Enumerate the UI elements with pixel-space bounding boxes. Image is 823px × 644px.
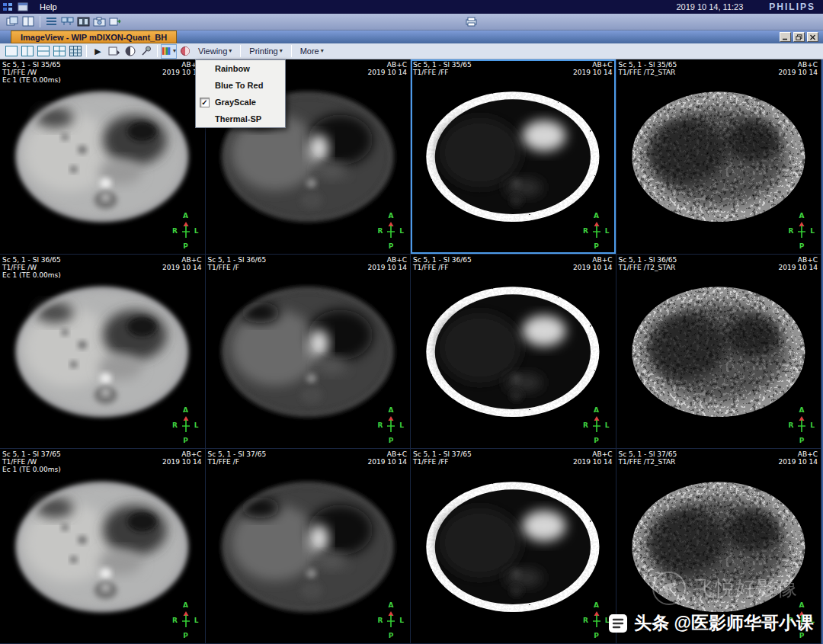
print-preview-icon[interactable]	[465, 16, 478, 27]
viewport-cell[interactable]: Sc 5, 1 - Sl 36/65T1/FFE /WEc 1 (TE 0.00…	[0, 255, 206, 450]
checkbox-checked: ✓	[200, 98, 210, 107]
orientation-letter: L	[810, 421, 815, 429]
orientation-cross-icon	[797, 416, 806, 434]
orientation-cross-icon	[592, 222, 601, 240]
annotation-line: T1/FFE /FF	[413, 69, 472, 76]
viewport-cell[interactable]: Sc 5, 1 - Sl 35/65T1/FFE /FF AB+C2019 10…	[411, 59, 616, 255]
play-icon: ▶	[94, 47, 101, 56]
list-icon[interactable]	[45, 16, 58, 27]
annotation-line: Sc 5, 1 - Sl 37/65	[2, 450, 61, 458]
export-icon[interactable]	[109, 16, 122, 27]
orientation-letter: L	[810, 227, 815, 235]
orientation-letter: P	[183, 242, 188, 250]
annotation-topleft: Sc 5, 1 - Sl 37/65T1/FFE /F	[208, 450, 267, 466]
menu-item-thermal-sp[interactable]: Thermal-SP	[196, 111, 285, 127]
orientation-letter: L	[399, 617, 404, 624]
annotation-topright: AB+C2019 10 14	[778, 256, 818, 271]
colormap-icon[interactable]: ▾	[161, 44, 177, 59]
annotation-line: 2019 10 14	[573, 264, 613, 271]
orientation-letter: A	[799, 601, 805, 609]
layout-save-icon[interactable]	[22, 16, 35, 27]
orientation-letter: L	[194, 617, 199, 624]
menu-item-label: Rainbow	[215, 64, 250, 73]
invert-icon[interactable]	[177, 44, 193, 59]
layout-1x1-icon[interactable]	[3, 44, 19, 59]
orientation-letter: P	[389, 437, 394, 444]
orientation-letter: P	[183, 437, 188, 444]
orientation-marker: ARLP	[171, 405, 200, 446]
orientation-letter: A	[594, 406, 599, 414]
orientation-letter: R	[583, 227, 588, 235]
system-datetime: 2019 10 14, 11:23	[676, 2, 743, 11]
annotation-line: T1/FFE /F	[208, 264, 267, 271]
layout-grid-icon[interactable]	[67, 44, 83, 59]
orientation-marker: ARLP	[787, 210, 816, 252]
layout-1x2-icon[interactable]	[19, 44, 35, 59]
orientation-letter: A	[183, 601, 188, 609]
apps-grid-icon[interactable]	[2, 2, 13, 11]
orientation-letter: A	[183, 406, 188, 414]
window-titlebar[interactable]: ImageView - WIP mDIXON-Quant_BH	[0, 30, 823, 43]
brand-watermark: 头条 @医影师华哥小课	[608, 611, 814, 635]
menu-item-blue-to-red[interactable]: Blue To Red	[196, 77, 285, 94]
viewport-cell[interactable]: Sc 5, 1 - Sl 36/65T1/FFE /T2_STAR AB+C20…	[616, 255, 822, 450]
orientation-cross-icon	[592, 416, 601, 434]
orientation-cross-icon	[386, 222, 395, 240]
pushpin-icon[interactable]	[138, 44, 154, 59]
orientation-letter: A	[389, 406, 394, 414]
film-strip-icon[interactable]	[77, 16, 90, 27]
viewport-cell[interactable]: Sc 5, 1 - Sl 36/65T1/FFE /FF AB+C2019 10…	[411, 255, 616, 450]
annotation-topleft: Sc 5, 1 - Sl 35/65T1/FFE /WEc 1 (TE 0.00…	[2, 61, 61, 84]
layout-2x1-icon[interactable]	[35, 44, 51, 59]
snapshot-camera-icon[interactable]	[93, 16, 106, 27]
cascade-windows-icon[interactable]	[6, 16, 19, 27]
viewport-cell[interactable]: Sc 5, 1 - Sl 35/65T1/FFE /T2_STAR AB+C20…	[616, 59, 822, 255]
annotation-line: 2019 10 14	[778, 69, 818, 76]
orientation-letter: L	[605, 421, 610, 429]
viewing-menu-button[interactable]: Viewing▾	[193, 44, 237, 59]
annotation-line: 2019 10 14	[367, 458, 407, 466]
chevron-down-icon: ▾	[229, 48, 232, 54]
orientation-cross-icon	[386, 611, 395, 630]
orientation-letter: R	[172, 617, 178, 624]
annotation-line: Sc 5, 1 - Sl 36/65	[208, 256, 267, 264]
minimize-icon[interactable]	[780, 32, 791, 42]
annotation-line: T1/FFE /W	[2, 264, 61, 271]
orientation-letter: L	[399, 227, 404, 235]
annotation-topright: AB+C2019 10 14	[573, 450, 613, 466]
check-icon: ✓	[201, 98, 207, 107]
window-tile-icon[interactable]	[18, 2, 28, 11]
chevron-down-icon: ▾	[280, 48, 283, 54]
window-title-tab[interactable]: ImageView - WIP mDIXON-Quant_BH	[11, 30, 177, 43]
orientation-letter: R	[583, 617, 588, 624]
annotation-line: T1/FFE /T2_STAR	[619, 458, 677, 466]
annotation-line: Sc 5, 1 - Sl 35/65	[619, 61, 677, 69]
menu-item-grayscale[interactable]: ✓GrayScale	[196, 94, 285, 111]
viewport-cell[interactable]: Sc 5, 1 - Sl 37/65T1/FFE /F AB+C2019 10 …	[206, 449, 412, 644]
annotation-line: Sc 5, 1 - Sl 37/65	[619, 450, 677, 458]
menu-item-rainbow[interactable]: Rainbow	[196, 60, 285, 77]
viewport-cell[interactable]: Sc 5, 1 - Sl 37/65T1/FFE /FF AB+C2019 10…	[411, 449, 616, 644]
orientation-marker: ARLP	[787, 405, 816, 446]
close-icon[interactable]	[807, 32, 818, 42]
annotation-line: T1/FFE /T2_STAR	[619, 264, 677, 271]
viewport-cell[interactable]: Sc 5, 1 - Sl 37/65T1/FFE /WEc 1 (TE 0.00…	[0, 449, 206, 644]
layout-2x2-icon[interactable]	[51, 44, 67, 59]
viewport-cell[interactable]: Sc 5, 1 - Sl 35/65T1/FFE /WEc 1 (TE 0.00…	[0, 59, 206, 255]
more-menu-button[interactable]: More▾	[295, 44, 329, 59]
help-menu[interactable]: Help	[35, 2, 62, 11]
annotation-topright: AB+C2019 10 14	[162, 450, 202, 466]
dual-monitor-icon[interactable]	[61, 16, 74, 27]
chevron-down-icon: ▾	[321, 48, 324, 54]
restore-icon[interactable]	[793, 32, 805, 42]
cine-options-icon[interactable]	[106, 44, 122, 59]
annotation-topleft: Sc 5, 1 - Sl 37/65T1/FFE /WEc 1 (TE 0.00…	[2, 450, 61, 473]
viewport-cell[interactable]: Sc 5, 1 - Sl 36/65T1/FFE /F AB+C2019 10 …	[206, 255, 412, 450]
cine-play-icon[interactable]: ▶	[90, 44, 106, 59]
orientation-letter: P	[799, 242, 805, 250]
annotation-line: T1/FFE /W	[2, 458, 61, 466]
printing-menu-button[interactable]: Printing▾	[244, 44, 287, 59]
annotation-topleft: Sc 5, 1 - Sl 36/65T1/FFE /F	[208, 256, 267, 271]
checkbox-unchecked	[200, 64, 210, 74]
window-level-icon[interactable]	[122, 44, 138, 59]
